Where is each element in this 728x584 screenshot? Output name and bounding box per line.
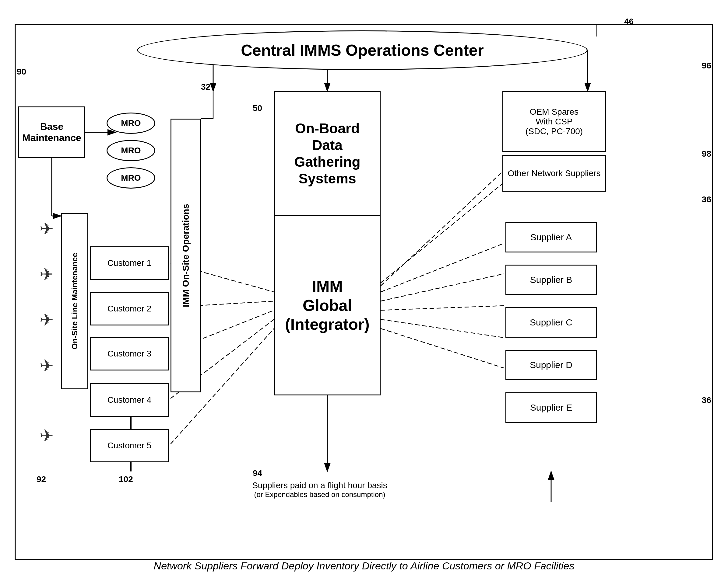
customer-label-5: Customer 5 — [107, 441, 152, 450]
customer-label-2: Customer 2 — [107, 304, 152, 314]
svg-line-18 — [381, 319, 504, 338]
customer-box-5: Customer 5 — [90, 429, 169, 462]
customer-box-4: Customer 4 — [90, 383, 169, 417]
svg-line-17 — [381, 306, 504, 310]
customer-label-4: Customer 4 — [107, 395, 152, 405]
oem-label: OEM SparesWith CSP(SDC, PC-700) — [525, 107, 583, 136]
airplane-3: ✈ — [40, 310, 54, 330]
airplane-4: ✈ — [40, 356, 54, 376]
airplane-1: ✈ — [40, 219, 54, 239]
ref-36a: 36 — [702, 195, 711, 204]
customer-box-1: Customer 1 — [90, 246, 169, 280]
supplier-label-d: Supplier D — [530, 360, 572, 370]
ref-50: 50 — [253, 104, 262, 113]
imm-global-label: IMMGlobal(Integrator) — [285, 277, 369, 334]
diagram-container: 46 90 96 98 36 36 32 50 94 102 92 Centra… — [0, 0, 728, 584]
supplier-label-c: Supplier C — [530, 317, 572, 328]
oem-box: OEM SparesWith CSP(SDC, PC-700) — [502, 91, 606, 152]
ref-92: 92 — [36, 474, 46, 484]
onsite-vertical-label: On-Site Line Maintenance — [70, 253, 79, 350]
onboard-label: On-BoardDataGatheringSystems — [294, 120, 360, 187]
supplier-label-a: Supplier A — [530, 232, 572, 243]
supplier-box-d: Supplier D — [505, 350, 597, 380]
customer-box-2: Customer 2 — [90, 292, 169, 326]
onboard-section: On-BoardDataGatheringSystems — [275, 92, 380, 216]
ref-90: 90 — [17, 67, 26, 77]
bottom-caption: Network Suppliers Forward Deploy Invento… — [0, 560, 728, 572]
ref-102: 102 — [119, 474, 133, 484]
supplier-label-e: Supplier E — [530, 402, 572, 413]
mro-ellipse-3: MRO — [107, 167, 155, 189]
svg-line-15 — [381, 243, 504, 292]
ref-46: 46 — [624, 17, 633, 26]
suppliers-paid-label: Suppliers paid on a flight hour basis — [228, 480, 411, 490]
ref-32: 32 — [201, 82, 210, 92]
supplier-label-b: Supplier B — [530, 275, 572, 285]
mro-label-3: MRO — [121, 173, 141, 183]
mro-label-2: MRO — [121, 146, 141, 156]
other-network-box: Other Network Suppliers — [502, 155, 606, 192]
suppliers-paid-container: Suppliers paid on a flight hour basis (o… — [228, 480, 411, 499]
other-network-label: Other Network Suppliers — [508, 168, 600, 178]
supplier-box-c: Supplier C — [505, 307, 597, 338]
customer-label-3: Customer 3 — [107, 349, 152, 359]
supplier-box-a: Supplier A — [505, 222, 597, 252]
central-data-box: On-BoardDataGatheringSystems IMMGlobal(I… — [274, 91, 381, 395]
airplane-5: ✈ — [40, 426, 54, 445]
imm-vertical-box: IMM On-Site Operations — [171, 119, 201, 392]
onsite-vertical-box: On-Site Line Maintenance — [61, 213, 88, 389]
svg-line-16 — [381, 274, 504, 301]
customer-box-3: Customer 3 — [90, 337, 169, 370]
supplier-box-e: Supplier E — [505, 392, 597, 423]
imm-vertical-label: IMM On-Site Operations — [181, 204, 191, 307]
ref-94: 94 — [253, 468, 262, 478]
central-ellipse: Central IMMS Operations Center — [137, 30, 588, 70]
svg-line-20 — [381, 183, 504, 283]
mro-ellipse-1: MRO — [107, 113, 155, 134]
central-title: Central IMMS Operations Center — [241, 41, 484, 59]
mro-ellipse-2: MRO — [107, 140, 155, 161]
svg-line-19 — [381, 329, 504, 368]
base-maintenance-box: BaseMaintenance — [18, 107, 85, 158]
ref-96: 96 — [702, 61, 711, 71]
base-maintenance-label: BaseMaintenance — [22, 121, 81, 144]
mro-label-1: MRO — [121, 118, 141, 128]
airplane-2: ✈ — [40, 265, 54, 284]
ref-98: 98 — [702, 149, 711, 159]
svg-line-21 — [381, 170, 504, 286]
customer-label-1: Customer 1 — [107, 258, 152, 268]
suppliers-paid-sub-label: (or Expendables based on consumption) — [228, 490, 411, 499]
imm-global-section: IMMGlobal(Integrator) — [275, 216, 380, 394]
ref-36b: 36 — [702, 395, 711, 405]
supplier-box-b: Supplier B — [505, 265, 597, 295]
